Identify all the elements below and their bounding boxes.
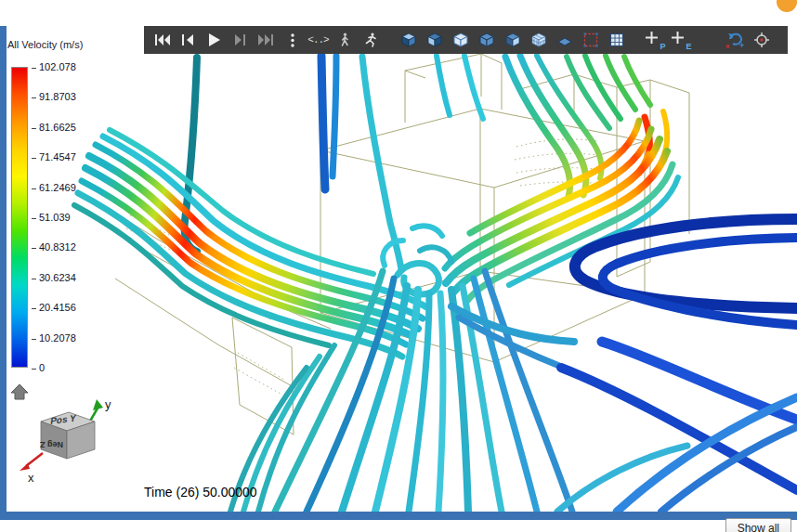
streamlines-left-arm (74, 130, 428, 357)
show-all-button[interactable]: Show all (725, 518, 791, 532)
crosshair-icon (752, 32, 771, 48)
x-axis-arrow (26, 453, 43, 466)
rotate-view-button[interactable]: x + (723, 28, 748, 52)
triad-front-label: Neg Z (39, 440, 63, 449)
walking-person-icon (339, 32, 350, 47)
viewport-3d[interactable] (0, 0, 797, 532)
view-face-button[interactable] (500, 28, 525, 52)
legend-tick: 40.8312 (32, 241, 76, 253)
view-mesh-button[interactable] (526, 28, 551, 52)
play-button[interactable] (202, 28, 227, 52)
probe-e-label: E (686, 42, 691, 51)
color-legend: All Velocity (m/s) 102.078 91.8703 81.66… (7, 39, 110, 392)
running-person-icon (364, 32, 377, 47)
orientation-triad[interactable]: y x Pos Y Neg Z (15, 392, 119, 487)
time-annotation: Time (26) 50.00000 (144, 485, 257, 500)
svg-text:+: + (739, 41, 744, 49)
view-plane-button[interactable] (552, 28, 577, 52)
legend-tick: 71.4547 (32, 151, 76, 162)
legend-tick: 0 (32, 362, 45, 373)
view-corner-2-button[interactable] (422, 28, 447, 52)
run-mode-button[interactable] (358, 28, 383, 52)
rotate-icon: x + (725, 31, 747, 49)
view-corner-1-button[interactable] (396, 28, 421, 52)
view-wireframe-button[interactable] (448, 28, 473, 52)
legend-tick: 20.4156 (32, 302, 76, 313)
probe-p-label: P (660, 42, 665, 51)
window-frame-bottom (0, 512, 797, 520)
add-point-probe-button[interactable]: P (642, 28, 667, 52)
walk-mode-button[interactable] (332, 28, 357, 52)
streamlines-top (185, 56, 483, 269)
legend-tick: 81.6625 (32, 122, 76, 133)
view-grid-button[interactable] (604, 28, 629, 52)
marker-size-button[interactable]: <..> (306, 28, 331, 52)
add-element-probe-button[interactable]: E (668, 28, 693, 52)
legend-title: All Velocity (m/s) (7, 39, 110, 50)
user-avatar[interactable] (777, 0, 797, 12)
y-axis-label: y (105, 397, 111, 411)
legend-colorbar (11, 67, 28, 368)
animation-toolbar: <..> (144, 26, 788, 54)
pick-center-button[interactable] (749, 28, 774, 52)
svg-text:x: x (725, 42, 730, 49)
legend-tick: 30.6234 (32, 272, 76, 283)
skip-to-start-button[interactable] (150, 28, 175, 52)
step-forward-button[interactable] (228, 28, 253, 52)
step-backward-button[interactable] (176, 28, 201, 52)
window-frame-left (0, 26, 7, 513)
streamlines (74, 56, 797, 512)
skip-to-end-button[interactable] (254, 28, 279, 52)
legend-tick: 51.039 (32, 212, 71, 223)
bottom-strip (0, 520, 797, 532)
view-solid-button[interactable] (474, 28, 499, 52)
legend-tick: 91.8703 (32, 91, 76, 102)
top-bar (0, 0, 797, 26)
x-axis-label: x (28, 471, 34, 485)
streamlines-navy (561, 219, 797, 512)
legend-tick: 10.2078 (32, 332, 76, 344)
more-options-button[interactable] (280, 28, 305, 52)
legend-tick: 61.2469 (32, 182, 76, 193)
view-bounds-red-button[interactable] (578, 28, 603, 52)
legend-tick: 102.078 (32, 61, 76, 72)
code-icon: <..> (307, 34, 328, 45)
